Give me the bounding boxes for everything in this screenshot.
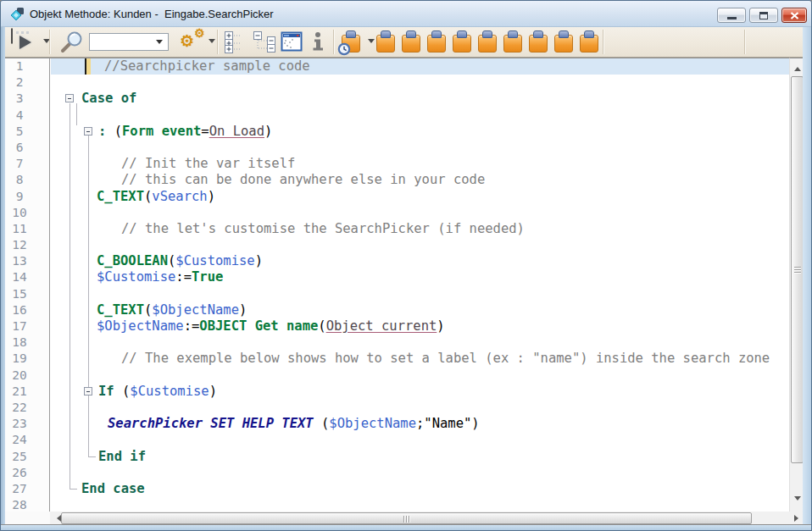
scroll-down-icon[interactable]	[794, 496, 801, 504]
line-number-16[interactable]: 16	[5, 302, 34, 318]
line-number-10[interactable]: 10	[5, 205, 34, 221]
code-line-22[interactable]	[51, 400, 789, 416]
scroll-left-icon[interactable]	[53, 515, 61, 522]
line-number-24[interactable]: 24	[5, 432, 34, 448]
line-number-8[interactable]: 8	[5, 172, 34, 188]
line-number-27[interactable]: 27	[5, 481, 34, 497]
token-cmd: Form event	[122, 124, 201, 139]
line-number-6[interactable]: 6	[5, 140, 34, 156]
token-kw: :	[98, 124, 114, 139]
code-line-23[interactable]: SearchPicker SET HELP TEXT ($ObjectName;…	[51, 416, 789, 432]
horizontal-scroll-thumb[interactable]	[61, 512, 752, 524]
code-line-2[interactable]	[51, 75, 789, 91]
search-icon[interactable]	[59, 30, 85, 58]
token-cmd: True	[192, 269, 223, 285]
line-number-11[interactable]: 11	[5, 221, 34, 237]
line-number-23[interactable]: 23	[5, 416, 34, 432]
token-plain: (	[114, 124, 122, 139]
code-line-4[interactable]	[51, 108, 789, 124]
close-button[interactable]	[781, 8, 807, 23]
code-line-13[interactable]: C_BOOLEAN($Customise)	[51, 253, 789, 269]
line-number-20[interactable]: 20	[5, 368, 34, 384]
line-number-22[interactable]: 22	[5, 400, 34, 416]
clipboard-7-button[interactable]	[528, 30, 548, 57]
code-line-12[interactable]	[51, 237, 789, 253]
line-number-2[interactable]: 2	[5, 75, 34, 91]
clipboard-8-button[interactable]	[553, 30, 574, 57]
macros-gears-button[interactable]: ⚙ ⚙	[180, 28, 209, 53]
toolbar-separator	[333, 30, 334, 54]
code-line-3[interactable]: Case of	[51, 91, 789, 107]
collapse-all-button[interactable]	[253, 31, 280, 57]
window-controls	[717, 8, 807, 23]
macros-dropdown-arrow[interactable]	[209, 39, 215, 47]
gear-icon: ⚙	[180, 33, 194, 49]
code-line-7[interactable]: // Init the var itself	[51, 156, 789, 172]
line-number-3[interactable]: 3	[5, 91, 34, 107]
code-line-10[interactable]	[51, 205, 789, 221]
line-number-12[interactable]: 12	[5, 237, 34, 253]
line-number-17[interactable]: 17	[5, 318, 34, 335]
line-number-18[interactable]: 18	[5, 335, 34, 351]
line-number-7[interactable]: 7	[5, 156, 34, 172]
code-line-14[interactable]: $Customise:=True	[51, 269, 789, 285]
code-line-8[interactable]: // this can be done anywhere else in you…	[51, 172, 789, 188]
clipboard-5-button[interactable]	[477, 30, 498, 57]
code-line-26[interactable]	[51, 465, 789, 481]
code-line-16[interactable]: C_TEXT($ObjectName)	[51, 302, 789, 318]
code-line-25[interactable]: End if	[51, 449, 789, 465]
code-line-21[interactable]: If ($Customise)	[51, 384, 789, 400]
clipboard-6-button[interactable]	[503, 30, 523, 57]
title-bar[interactable]: Objekt Methode: Kunden - Eingabe.SearchP…	[1, 1, 812, 27]
code-line-17[interactable]: $ObjectName:=OBJECT Get name(Object curr…	[51, 318, 789, 335]
code-line-6[interactable]	[51, 140, 789, 156]
code-editor[interactable]: 1234567891011121314151617181920212223242…	[5, 58, 789, 512]
clipboard-2-button[interactable]	[401, 30, 421, 57]
clipboard-3-button[interactable]	[426, 30, 447, 57]
form-window-button[interactable]	[281, 31, 303, 55]
scroll-right-icon[interactable]	[794, 515, 802, 522]
close-icon	[790, 12, 799, 19]
fold-collapse-box-line-21[interactable]	[84, 387, 92, 395]
code-line-15[interactable]	[51, 286, 789, 302]
code-line-18[interactable]	[51, 335, 789, 351]
line-number-13[interactable]: 13	[5, 253, 34, 269]
line-number-19[interactable]: 19	[5, 351, 34, 367]
info-button[interactable]	[312, 30, 324, 56]
code-line-9[interactable]: C_TEXT(vSearch)	[51, 189, 789, 205]
vertical-scroll-thumb[interactable]	[791, 76, 804, 463]
code-line-27[interactable]: End case	[51, 481, 789, 497]
code-line-20[interactable]	[51, 368, 789, 384]
line-number-4[interactable]: 4	[5, 108, 34, 124]
clipboard-9-button[interactable]	[579, 30, 599, 57]
clipboard-4-button[interactable]	[452, 30, 472, 57]
line-number-5[interactable]: 5	[5, 124, 34, 140]
line-number-25[interactable]: 25	[5, 449, 34, 465]
expand-all-button[interactable]	[224, 31, 246, 57]
line-number-1[interactable]: 1	[5, 58, 34, 75]
clipboard-history-dropdown-arrow[interactable]	[368, 39, 375, 47]
line-number-21[interactable]: 21	[5, 384, 34, 400]
scroll-up-icon[interactable]	[794, 64, 801, 71]
minimize-button[interactable]	[717, 8, 746, 23]
clipboard-1-button[interactable]	[375, 30, 396, 57]
code-line-5[interactable]: : (Form event=On Load)	[51, 124, 789, 140]
line-number-14[interactable]: 14	[5, 269, 34, 285]
token-plain: :=	[175, 269, 192, 285]
code-line-28[interactable]	[51, 497, 789, 512]
line-number-15[interactable]: 15	[5, 286, 34, 302]
clipboard-history-button[interactable]	[341, 30, 361, 57]
line-number-9[interactable]: 9	[5, 189, 34, 205]
maximize-button[interactable]	[749, 8, 778, 23]
code-line-19[interactable]: // The exemple below shows how to set a …	[51, 351, 789, 367]
fold-collapse-box-line-3[interactable]	[65, 94, 74, 102]
token-comment: // Init the var itself	[121, 156, 295, 171]
line-number-26[interactable]: 26	[5, 465, 34, 481]
code-area[interactable]: //Searchpicker sample codeCase of: (Form…	[51, 58, 789, 512]
code-line-11[interactable]: // the let's customise the SearchPicker …	[51, 221, 789, 237]
execute-method-button[interactable]	[11, 29, 13, 44]
code-line-1[interactable]: //Searchpicker sample code	[51, 58, 789, 75]
code-line-24[interactable]	[51, 432, 789, 448]
fold-collapse-box-line-5[interactable]	[84, 127, 92, 136]
search-dropdown-arrow[interactable]	[156, 40, 163, 47]
